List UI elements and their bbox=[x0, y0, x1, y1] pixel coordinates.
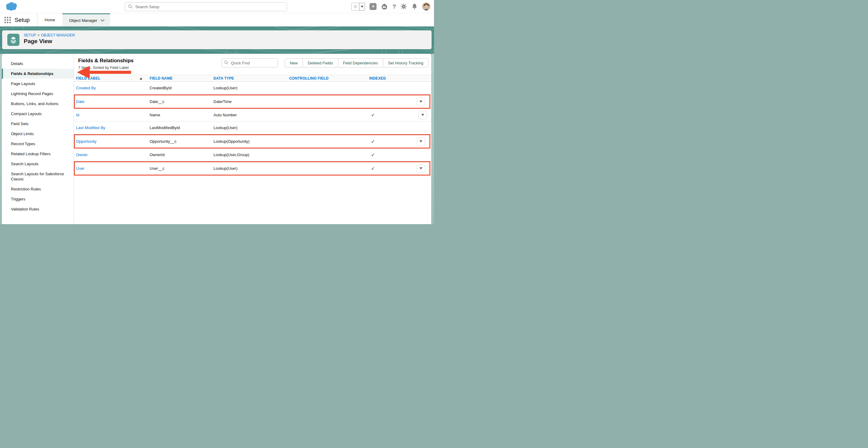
breadcrumb-setup-link[interactable]: SETUP bbox=[24, 33, 36, 37]
table-row-highlighted: User User__c Lookup(User) ✓ bbox=[74, 161, 430, 176]
indexed-check-icon: ✓ bbox=[369, 152, 415, 158]
row-menu-button[interactable] bbox=[418, 111, 427, 119]
field-label-link[interactable]: Opportunity bbox=[76, 139, 150, 144]
quick-find-input[interactable] bbox=[221, 58, 278, 67]
sort-ascending-icon bbox=[140, 77, 142, 79]
object-header-card: SETUP > OBJECT MANAGER Page View bbox=[2, 30, 432, 49]
caret-down-icon bbox=[420, 167, 423, 170]
table-row-highlighted: Date Date__c Date/Time bbox=[74, 95, 430, 109]
row-menu-button[interactable] bbox=[417, 164, 425, 173]
field-label-link[interactable]: Date bbox=[76, 99, 150, 104]
section-title: Fields & Relationships bbox=[78, 58, 133, 64]
field-label-link[interactable]: Owner bbox=[76, 152, 150, 157]
sidebar-item-search-layouts-classic[interactable]: Search Layouts for Salesforce Classic bbox=[2, 169, 73, 184]
global-actions-button[interactable]: + bbox=[370, 3, 376, 10]
field-label-link[interactable]: Id bbox=[76, 113, 150, 117]
sidebar-item-validation-rules[interactable]: Validation Rules bbox=[2, 204, 73, 214]
favorite-star-button[interactable] bbox=[351, 3, 360, 11]
favorites-control bbox=[351, 3, 365, 11]
star-icon bbox=[353, 4, 358, 9]
help-icon[interactable]: ? bbox=[392, 3, 396, 10]
toolbar-buttons: New Deleted Fields Field Dependencies Se… bbox=[285, 58, 429, 67]
sidebar-item-compact-layouts[interactable]: Compact Layouts bbox=[2, 109, 73, 119]
caret-down-icon bbox=[420, 140, 423, 142]
app-name: Setup bbox=[14, 17, 30, 23]
object-detail-panel: Details Fields & Relationships Page Layo… bbox=[2, 54, 431, 224]
chevron-down-icon bbox=[100, 19, 104, 22]
field-label-link[interactable]: Created By bbox=[76, 85, 150, 90]
caret-down-icon bbox=[420, 101, 423, 103]
setup-search bbox=[125, 2, 287, 11]
salesforce-logo-icon[interactable] bbox=[5, 2, 19, 11]
indexed-check-icon: ✓ bbox=[369, 166, 415, 171]
fields-relationships-panel: Fields & Relationships 7 Items, Sorted b… bbox=[74, 54, 431, 224]
breadcrumb-separator: > bbox=[37, 33, 39, 37]
sidebar-item-restriction-rules[interactable]: Restriction Rules bbox=[2, 184, 73, 194]
salesforce-setup-screen: + ? bbox=[0, 0, 434, 224]
sidebar-item-triggers[interactable]: Triggers bbox=[2, 194, 73, 204]
sidebar-item-object-limits[interactable]: Object Limits bbox=[2, 129, 73, 139]
page-title: Page View bbox=[24, 38, 52, 45]
sidebar-item-record-types[interactable]: Record Types bbox=[2, 139, 73, 149]
field-label-link[interactable]: Last Modified By bbox=[76, 126, 150, 130]
indexed-check-icon: ✓ bbox=[369, 139, 415, 144]
quick-find bbox=[221, 58, 278, 67]
search-icon bbox=[224, 61, 228, 65]
tab-object-manager[interactable]: Object Manager bbox=[62, 13, 110, 27]
trailhead-icon[interactable] bbox=[381, 3, 388, 10]
field-label-link[interactable]: User bbox=[76, 166, 150, 171]
table-row: Owner OwnerId Lookup(User,Group) ✓ bbox=[74, 148, 431, 161]
search-setup-input[interactable] bbox=[125, 2, 287, 11]
sidebar-item-search-layouts[interactable]: Search Layouts bbox=[2, 159, 73, 169]
sidebar-item-related-lookup-filters[interactable]: Related Lookup Filters bbox=[2, 149, 73, 159]
search-icon bbox=[128, 4, 133, 9]
table-row: Last Modified By LastModifiedById Lookup… bbox=[74, 122, 431, 134]
object-sidebar: Details Fields & Relationships Page Layo… bbox=[2, 54, 74, 224]
sidebar-item-lightning-record-pages[interactable]: Lightning Record Pages bbox=[2, 89, 73, 99]
indexed-check-icon: ✓ bbox=[369, 112, 415, 118]
fields-table: FIELD LABEL FIELD NAME DATA TYPE CONTROL… bbox=[74, 75, 431, 176]
table-row-highlighted: Opportunity Opportunity__c Lookup(Opport… bbox=[74, 134, 430, 148]
global-actions: + ? bbox=[351, 0, 430, 13]
set-history-tracking-button[interactable]: Set History Tracking bbox=[383, 58, 429, 67]
annotation-arrow-icon bbox=[77, 66, 131, 79]
new-button[interactable]: New bbox=[285, 58, 303, 67]
object-manager-icon bbox=[7, 34, 20, 46]
app-launcher-icon[interactable] bbox=[4, 17, 11, 23]
table-row: Created By CreatedById Lookup(User) bbox=[74, 82, 431, 95]
notifications-bell-icon[interactable] bbox=[411, 3, 417, 10]
setup-gear-icon[interactable] bbox=[401, 3, 407, 10]
column-header-data-type[interactable]: DATA TYPE bbox=[214, 76, 289, 80]
deleted-fields-button[interactable]: Deleted Fields bbox=[303, 58, 338, 67]
sidebar-item-details[interactable]: Details bbox=[2, 59, 73, 69]
field-dependencies-button[interactable]: Field Dependencies bbox=[338, 58, 383, 67]
sidebar-item-buttons-links-actions[interactable]: Buttons, Links, and Actions bbox=[2, 99, 73, 109]
setup-nav-bar: Setup Home Object Manager bbox=[0, 13, 434, 27]
column-header-field-name[interactable]: FIELD NAME bbox=[150, 76, 214, 80]
row-menu-button[interactable] bbox=[417, 137, 425, 146]
user-avatar[interactable] bbox=[422, 2, 430, 11]
global-header: + ? bbox=[0, 0, 434, 13]
table-row: Id Name Auto Number ✓ bbox=[74, 109, 431, 122]
sidebar-item-field-sets[interactable]: Field Sets bbox=[2, 119, 73, 129]
column-header-indexed[interactable]: INDEXED bbox=[369, 76, 415, 80]
sidebar-item-page-layouts[interactable]: Page Layouts bbox=[2, 79, 73, 89]
column-header-controlling-field[interactable]: CONTROLLING FIELD bbox=[289, 76, 369, 80]
row-menu-button[interactable] bbox=[417, 98, 425, 106]
caret-down-icon bbox=[361, 6, 364, 8]
caret-down-icon bbox=[421, 114, 424, 116]
tab-home[interactable]: Home bbox=[37, 13, 63, 27]
sidebar-item-fields-relationships[interactable]: Fields & Relationships bbox=[2, 69, 73, 79]
breadcrumb: SETUP > OBJECT MANAGER bbox=[24, 33, 75, 37]
favorites-list-button[interactable] bbox=[359, 3, 365, 11]
breadcrumb-object-manager-link[interactable]: OBJECT MANAGER bbox=[41, 33, 75, 37]
